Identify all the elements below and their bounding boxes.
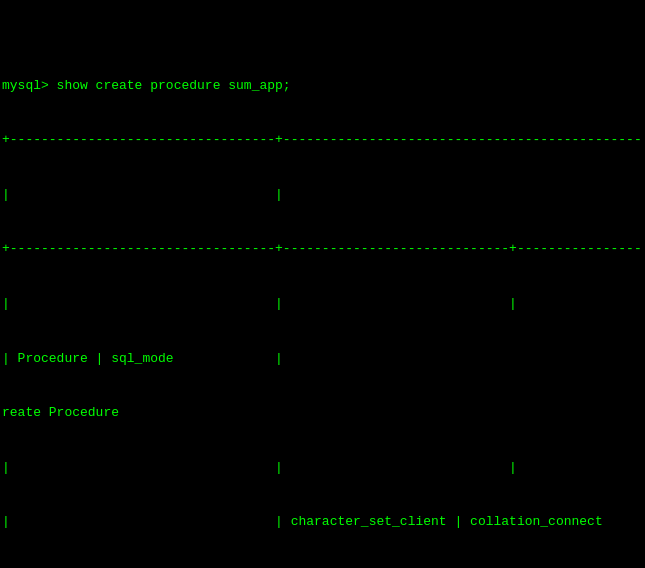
line-empty-3: | | | |	[2, 459, 643, 477]
line-empty-1: | | |	[2, 186, 643, 204]
line-header-1: | Procedure | sql_mode | | C	[2, 350, 643, 368]
line-border-1: +----------------------------------+----…	[2, 131, 643, 149]
line-border-2: +----------------------------------+----…	[2, 240, 643, 258]
line-header-1b: reate Procedure	[2, 404, 643, 422]
line-header-2: | | character_set_client | collation_con…	[2, 513, 643, 531]
terminal-window: mysql> show create procedure sum_app; +-…	[0, 0, 645, 568]
line-command: mysql> show create procedure sum_app;	[2, 77, 643, 95]
line-empty-2: | | | |	[2, 295, 643, 313]
terminal-content: mysql> show create procedure sum_app; +-…	[2, 40, 643, 568]
